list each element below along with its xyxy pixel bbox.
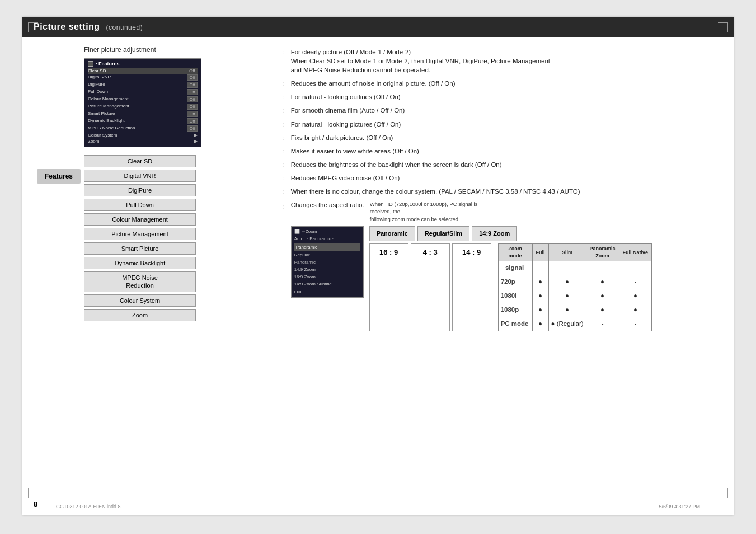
zoom-desc: Changes the aspect ratio. <box>291 200 364 209</box>
coloursys-desc: When there is no colour, change the colo… <box>289 185 722 199</box>
digitalvnr-desc: Reduces the amount of noise in original … <box>289 77 722 91</box>
zoom-btn-panoramic[interactable]: Panoramic <box>369 226 415 241</box>
footer: GGT0312-001A-H-EN.indd 8 5/6/09 4:31:27 … <box>56 504 700 509</box>
desc-table: : For clearly picture (Off / Mode-1 / Mo… <box>280 46 722 334</box>
footer-file: GGT0312-001A-H-EN.indd 8 <box>56 504 121 509</box>
zoom-ratio-149: 14 : 9 <box>452 243 491 331</box>
menu-item-zoom: Zoom ▶ <box>88 138 198 144</box>
zoom-btn-regular[interactable]: Regular/Slim <box>417 226 469 241</box>
mpegnoise-desc: Reduces MPEG video noise (Off / On) <box>289 172 722 185</box>
zoom-ratio-43: 4 : 3 <box>411 243 450 331</box>
colourmgmt-desc: For natural - looking pictures (Off / On… <box>289 118 722 132</box>
desc-row-picturemgmt: : Fixs bright / dark pictures. (Off / On… <box>280 132 722 145</box>
btn-picture-management[interactable]: Picture Management <box>84 228 196 240</box>
btn-colour-management[interactable]: Colour Management <box>84 213 196 226</box>
desc-row-dynbacklight: : Reduces the brightness of the backligh… <box>280 158 722 172</box>
btn-smart-picture[interactable]: Smart Picture <box>84 242 196 255</box>
menu-item-picturemgmt: Picture Management Off <box>88 103 198 110</box>
zoom-hd-desc: When HD (720p,1080i or 1080p), PC signal… <box>370 200 499 223</box>
zoom-menu-box: ⬜ →Zoom Auto · Panoramic · Panoramic Reg… <box>291 226 364 298</box>
btn-dynamic-backlight[interactable]: Dynamic Backlight <box>84 257 196 269</box>
left-sidebar: Features <box>34 46 84 334</box>
btn-mpeg-noise[interactable]: MPEG NoiseReduction <box>84 271 196 292</box>
zoom-ratio-169: 16 : 9 <box>369 243 408 331</box>
finer-picture-title: Finer picture adjustment <box>84 46 269 54</box>
desc-row-mpegnoise: : Reduces MPEG video noise (Off / On) <box>280 172 722 185</box>
menu-item-pulldown: Pull Down Off <box>88 88 198 96</box>
btn-digipure[interactable]: DigiPure <box>84 184 196 196</box>
page-continued: (continued) <box>106 24 143 31</box>
picturemgmt-desc: Fixs bright / dark pictures. (Off / On) <box>289 132 722 145</box>
hd-row-1080i: 1080i ● ● ● ● <box>498 289 651 303</box>
desc-row-colourmgmt: : For natural - looking pictures (Off / … <box>280 118 722 132</box>
hd-row-pcmode: PC mode ● ● (Regular) - - <box>498 317 651 331</box>
menu-item-smartpic: Smart Picture Off <box>88 110 198 118</box>
middle-col: Finer picture adjustment · Features Clea… <box>84 46 274 334</box>
hd-row-1080p: 1080p ● ● ● ● <box>498 303 651 317</box>
feature-list: Clear SD Digital VNR DigiPure Pull Down … <box>84 155 269 321</box>
header-bar: Picture setting (continued) <box>22 17 734 37</box>
clearsd-desc-line3: and MPEG Noise Reduction cannot be opera… <box>291 67 430 73</box>
btn-colour-system[interactable]: Colour System <box>84 294 196 307</box>
zoom-btn-14-9[interactable]: 14:9 Zoom <box>472 226 517 241</box>
menu-item-coloursys: Colour System ▶ <box>88 132 198 138</box>
hd-table: Zoommode Full Slim PanoramicZoom Full Na… <box>498 243 652 331</box>
pulldown-desc: For smooth cinema film (Auto / Off / On) <box>289 104 722 118</box>
corner-tl <box>28 22 38 32</box>
desc-row-digipure: : For natural - looking outlines (Off / … <box>280 91 722 104</box>
menu-screenshot: · Features Clear SD · Off · Digital VNR … <box>84 58 201 147</box>
desc-row-smartpic: : Makes it easier to view white areas (O… <box>280 145 722 158</box>
menu-header-label: · Features <box>96 61 120 67</box>
menu-icon <box>88 61 93 67</box>
desc-row-pulldown: : For smooth cinema film (Auto / Off / O… <box>280 104 722 118</box>
menu-item-dynbacklight: Dynamic Backlight Off <box>88 118 198 125</box>
clearsd-desc-line1: For clearly picture (Off / Mode-1 / Mode… <box>291 49 411 55</box>
clearsd-desc-line2: When Clear SD set to Mode-1 or Mode-2, t… <box>291 58 550 64</box>
footer-date: 5/6/09 4:31:27 PM <box>659 504 700 509</box>
page-title: Picture setting <box>34 22 100 31</box>
menu-item-mpegnoise: MPEG Noise Reduction Off <box>88 125 198 132</box>
digipure-desc: For natural - looking outlines (Off / On… <box>289 91 722 104</box>
menu-item-colourmgmt: Colour Management Off <box>88 96 198 103</box>
hd-row-720p: 720p ● ● ● - <box>498 275 651 289</box>
dynbacklight-desc: Reduces the brightness of the backlight … <box>289 158 722 172</box>
page-number: 8 <box>34 500 37 508</box>
corner-br <box>718 488 728 498</box>
menu-item-digitalvnr: Digital VNR Off <box>88 74 198 81</box>
right-col: : For clearly picture (Off / Mode-1 / Mo… <box>274 46 722 334</box>
menu-item-clearsd: Clear SD · Off · <box>88 68 198 74</box>
btn-zoom[interactable]: Zoom <box>84 309 196 321</box>
corner-tr <box>718 22 728 32</box>
features-label: Features <box>37 169 81 184</box>
desc-row-zoom: : Changes the aspect ratio. When HD (720… <box>280 199 722 334</box>
desc-row-coloursys: : When there is no colour, change the co… <box>280 185 722 199</box>
corner-bl <box>28 488 38 498</box>
hd-row-signal-header: signal <box>498 261 651 275</box>
btn-pull-down[interactable]: Pull Down <box>84 199 196 211</box>
btn-clear-sd[interactable]: Clear SD <box>84 155 196 167</box>
btn-digital-vnr[interactable]: Digital VNR <box>84 170 196 182</box>
smartpic-desc: Makes it easier to view white areas (Off… <box>289 145 722 158</box>
menu-item-digipure: DigiPure Off <box>88 81 198 88</box>
desc-row-digitalvnr: : Reduces the amount of noise in origina… <box>280 77 722 91</box>
desc-row-clearsd: : For clearly picture (Off / Mode-1 / Mo… <box>280 46 722 77</box>
